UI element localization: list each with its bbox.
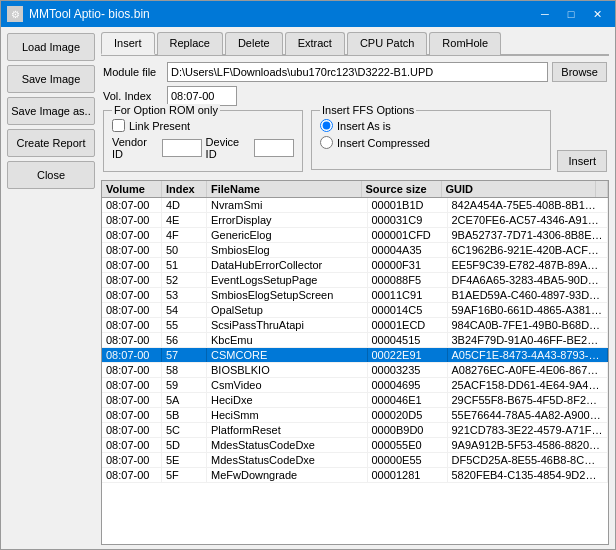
table-body[interactable]: 08:07-00 4D NvramSmi 00001B1D 842A454A-7… (102, 198, 608, 544)
cell-filename: EventLogsSetupPage (207, 273, 368, 287)
table-row[interactable]: 08:07-00 5C PlatformReset 0000B9D0 921CD… (102, 423, 608, 438)
cell-index: 4E (162, 213, 207, 227)
tab-bar: Insert Replace Delete Extract CPU Patch … (101, 31, 609, 56)
tab-romhole[interactable]: RomHole (429, 32, 501, 55)
table-row[interactable]: 08:07-00 5A HeciDxe 000046E1 29CF55F8-B6… (102, 393, 608, 408)
table-row[interactable]: 08:07-00 5D MdesStatusCodeDxe 000055E0 9… (102, 438, 608, 453)
cell-guid: 6C1962B6-921E-420B-ACFF-D7AEA (448, 243, 609, 257)
main-content: Load Image Save Image Save Image as.. Cr… (1, 27, 615, 549)
table-row[interactable]: 08:07-00 56 KbcEmu 00004515 3B24F79D-91A… (102, 333, 608, 348)
cell-volume: 08:07-00 (102, 348, 162, 362)
cell-guid: 921CD783-3E22-4579-A71F-00D741 (448, 423, 609, 437)
window-title: MMTool Aptio- bios.bin (29, 7, 533, 21)
table-row[interactable]: 08:07-00 57 CSMCORE 00022E91 A05CF1E-847… (102, 348, 608, 363)
cell-guid: DF5CD25A-8E55-46B8-8CDA-BC7D9E (448, 453, 609, 467)
cell-size: 000020D5 (368, 408, 448, 422)
cell-volume: 08:07-00 (102, 198, 162, 212)
cell-index: 5C (162, 423, 207, 437)
cell-size: 00004515 (368, 333, 448, 347)
radio-group: Insert As is Insert Compressed (320, 119, 542, 149)
cell-size: 0000B9D0 (368, 423, 448, 437)
device-id-label: Device ID (206, 136, 250, 160)
table-row[interactable]: 08:07-00 4F GenericElog 000001CFD 9BA527… (102, 228, 608, 243)
cell-guid: 55E76644-78A5-4A82-A900-7126A5 (448, 408, 609, 422)
cell-size: 000014C5 (368, 303, 448, 317)
close-button[interactable]: ✕ (585, 5, 609, 23)
save-image-button[interactable]: Save Image (7, 65, 95, 93)
col-index: Index (162, 181, 207, 197)
table-row[interactable]: 08:07-00 4E ErrorDisplay 000031C9 2CE70F… (102, 213, 608, 228)
close-button[interactable]: Close (7, 161, 95, 189)
tab-insert[interactable]: Insert (101, 32, 155, 55)
vendor-device-row: Vendor ID Device ID (112, 136, 294, 160)
title-bar: ⚙ MMTool Aptio- bios.bin ─ □ ✕ (1, 1, 615, 27)
cell-volume: 08:07-00 (102, 213, 162, 227)
tab-cpu-patch[interactable]: CPU Patch (347, 32, 427, 55)
cell-filename: BIOSBLKIO (207, 363, 368, 377)
load-image-button[interactable]: Load Image (7, 33, 95, 61)
cell-filename: DataHubErrorCollector (207, 258, 368, 272)
cell-volume: 08:07-00 (102, 423, 162, 437)
col-spacer (596, 181, 608, 197)
app-icon: ⚙ (7, 6, 23, 22)
minimize-button[interactable]: ─ (533, 5, 557, 23)
browse-button[interactable]: Browse (552, 62, 607, 82)
table-row[interactable]: 08:07-00 55 ScsiPassThruAtapi 00001ECD 9… (102, 318, 608, 333)
cell-volume: 08:07-00 (102, 228, 162, 242)
cell-filename: OpalSetup (207, 303, 368, 317)
sidebar: Load Image Save Image Save Image as.. Cr… (1, 27, 101, 549)
cell-volume: 08:07-00 (102, 303, 162, 317)
cell-size: 000088F5 (368, 273, 448, 287)
cell-index: 54 (162, 303, 207, 317)
tab-extract[interactable]: Extract (285, 32, 345, 55)
tab-replace[interactable]: Replace (157, 32, 223, 55)
insert-as-is-row: Insert As is (320, 119, 542, 132)
table-row[interactable]: 08:07-00 54 OpalSetup 000014C5 59AF16B0-… (102, 303, 608, 318)
table-row[interactable]: 08:07-00 52 EventLogsSetupPage 000088F5 … (102, 273, 608, 288)
cell-size: 00000E55 (368, 453, 448, 467)
form-area: Module file Browse Vol. Index For Option… (101, 62, 609, 176)
vendor-id-input[interactable] (162, 139, 202, 157)
cell-size: 00001281 (368, 468, 448, 482)
insert-as-is-radio[interactable] (320, 119, 333, 132)
table-row[interactable]: 08:07-00 50 SmbiosElog 00004A35 6C1962B6… (102, 243, 608, 258)
maximize-button[interactable]: □ (559, 5, 583, 23)
link-present-checkbox[interactable] (112, 119, 125, 132)
vol-index-input[interactable] (167, 86, 237, 106)
cell-size: 00001ECD (368, 318, 448, 332)
create-report-button[interactable]: Create Report (7, 129, 95, 157)
table-row[interactable]: 08:07-00 4D NvramSmi 00001B1D 842A454A-7… (102, 198, 608, 213)
col-guid: GUID (442, 181, 597, 197)
cell-volume: 08:07-00 (102, 243, 162, 257)
module-file-label: Module file (103, 66, 163, 78)
cell-filename: CSMCORE (207, 348, 368, 362)
cell-volume: 08:07-00 (102, 408, 162, 422)
option-rom-group: For Option ROM only Link Present Vendor … (103, 110, 303, 172)
insert-button[interactable]: Insert (557, 150, 607, 172)
module-file-input[interactable] (167, 62, 548, 82)
tab-delete[interactable]: Delete (225, 32, 283, 55)
table-row[interactable]: 08:07-00 5E MdesStatusCodeDxe 00000E55 D… (102, 453, 608, 468)
table-row[interactable]: 08:07-00 51 DataHubErrorCollector 00000F… (102, 258, 608, 273)
table-row[interactable]: 08:07-00 53 SmbiosElogSetupScreen 00011C… (102, 288, 608, 303)
main-window: ⚙ MMTool Aptio- bios.bin ─ □ ✕ Load Imag… (0, 0, 616, 550)
cell-guid: A08276EC-A0FE-4E06-8670-385336 (448, 363, 609, 377)
cell-volume: 08:07-00 (102, 468, 162, 482)
cell-size: 000046E1 (368, 393, 448, 407)
cell-index: 5D (162, 438, 207, 452)
table-row[interactable]: 08:07-00 59 CsmVideo 00004695 25ACF158-D… (102, 378, 608, 393)
insert-compressed-label: Insert Compressed (337, 137, 430, 149)
cell-volume: 08:07-00 (102, 393, 162, 407)
cell-size: 00011C91 (368, 288, 448, 302)
save-image-as-button[interactable]: Save Image as.. (7, 97, 95, 125)
cell-filename: SmbiosElog (207, 243, 368, 257)
table-row[interactable]: 08:07-00 58 BIOSBLKIO 00003235 A08276EC-… (102, 363, 608, 378)
insert-compressed-radio[interactable] (320, 136, 333, 149)
cell-guid: A05CF1E-8473-4A43-8793-B00BC4 (448, 348, 609, 362)
table-row[interactable]: 08:07-00 5B HeciSmm 000020D5 55E76644-78… (102, 408, 608, 423)
cell-filename: MdesStatusCodeDxe (207, 438, 368, 452)
table-row[interactable]: 08:07-00 5F MeFwDowngrade 00001281 5820F… (102, 468, 608, 483)
device-id-input[interactable] (254, 139, 294, 157)
cell-volume: 08:07-00 (102, 378, 162, 392)
cell-index: 4F (162, 228, 207, 242)
